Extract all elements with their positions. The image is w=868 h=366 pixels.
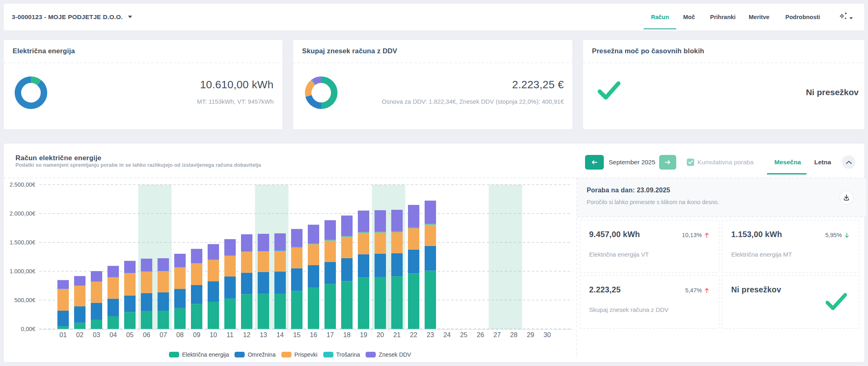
svg-text:10: 10 — [210, 331, 217, 338]
svg-text:29: 29 — [527, 331, 534, 338]
svg-text:28: 28 — [510, 331, 517, 338]
svg-text:06: 06 — [143, 331, 150, 338]
svg-text:1.000,00€: 1.000,00€ — [9, 268, 35, 274]
svg-text:07: 07 — [160, 331, 167, 338]
svg-text:05: 05 — [126, 331, 134, 338]
svg-text:19: 19 — [360, 331, 367, 338]
svg-text:04: 04 — [110, 331, 117, 338]
svg-text:17: 17 — [327, 331, 334, 338]
svg-text:20: 20 — [377, 331, 384, 338]
svg-text:13: 13 — [260, 331, 267, 338]
svg-text:0,00€: 0,00€ — [21, 326, 35, 332]
svg-text:08: 08 — [176, 331, 184, 338]
svg-text:16: 16 — [310, 331, 317, 338]
svg-text:500,00€: 500,00€ — [14, 297, 35, 303]
svg-text:02: 02 — [76, 331, 83, 338]
svg-text:22: 22 — [410, 331, 417, 338]
svg-text:24: 24 — [443, 331, 451, 338]
svg-text:14: 14 — [276, 331, 284, 338]
svg-text:11: 11 — [227, 331, 234, 338]
svg-text:25: 25 — [460, 331, 467, 338]
svg-text:18: 18 — [343, 331, 351, 338]
svg-text:15: 15 — [293, 331, 300, 338]
svg-text:21: 21 — [393, 331, 401, 338]
svg-text:23: 23 — [427, 331, 434, 338]
svg-text:01: 01 — [59, 331, 67, 338]
svg-text:1.500,00€: 1.500,00€ — [9, 239, 35, 246]
svg-text:26: 26 — [477, 331, 484, 338]
svg-text:27: 27 — [493, 331, 501, 338]
svg-text:03: 03 — [93, 331, 100, 338]
svg-text:30: 30 — [544, 331, 551, 338]
svg-text:12: 12 — [243, 331, 250, 338]
svg-text:2.500,00€: 2.500,00€ — [9, 181, 35, 188]
svg-text:2.000,00€: 2.000,00€ — [9, 210, 35, 217]
svg-text:09: 09 — [193, 331, 200, 338]
